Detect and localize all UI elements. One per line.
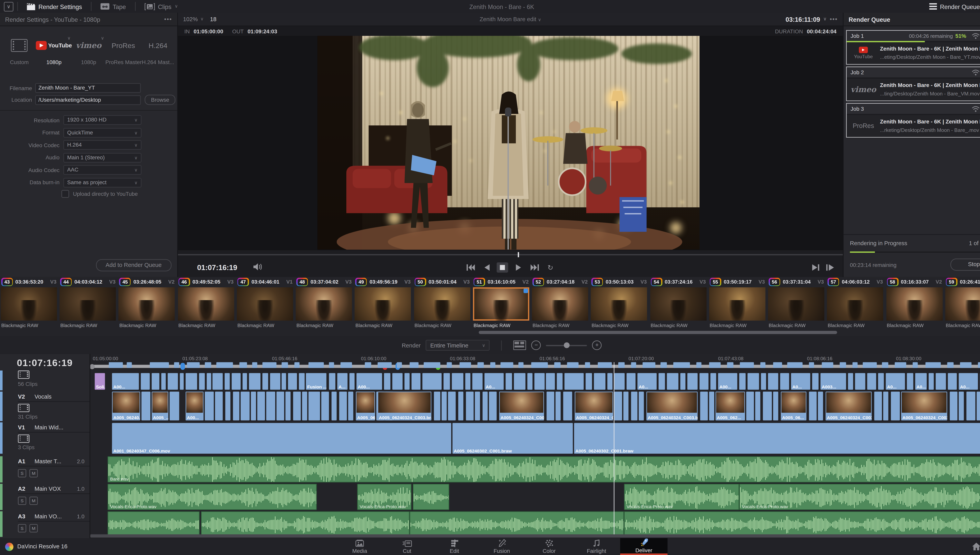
timeline-clip-v3[interactable]	[739, 373, 746, 390]
clip-thumbnail[interactable]	[768, 287, 824, 321]
render-preset-1080p[interactable]: YouTube∨1080p	[36, 29, 72, 72]
timeline-clip-v2[interactable]	[977, 391, 980, 420]
timeline-clip-v2[interactable]	[205, 391, 214, 420]
panel-collapse-button[interactable]: ∨	[4, 2, 13, 11]
go-to-first-frame-button[interactable]	[465, 262, 476, 273]
timeline-clip-v2[interactable]	[277, 391, 284, 420]
timeline-clip-v3[interactable]	[565, 373, 584, 390]
timeline-clip-stub[interactable]	[187, 362, 199, 368]
timeline-clip-v3[interactable]	[263, 373, 268, 390]
timeline-clip-v3[interactable]	[186, 373, 197, 390]
timeline-clip-v2[interactable]: A005_06240324_C003.braw	[901, 391, 947, 420]
timeline-clip-v2[interactable]	[339, 391, 347, 420]
timeline-clip-v3[interactable]: A0...	[637, 373, 657, 390]
timeline-clip-v3[interactable]	[907, 373, 913, 390]
timeline-clip-v3[interactable]	[412, 373, 420, 390]
render-preset-prores-master[interactable]: ProResProRes Master	[106, 29, 141, 72]
stop-render-button[interactable]: Stop	[951, 258, 980, 271]
timeline-clip-v3[interactable]	[667, 373, 678, 390]
previous-job-button[interactable]	[812, 265, 820, 271]
timeline-clip-stub[interactable]	[809, 362, 814, 368]
timeline-clip-v3[interactable]	[207, 373, 211, 390]
timeline-clip-v2[interactable]	[141, 391, 151, 420]
timeline-clip-stub[interactable]	[863, 362, 877, 368]
timeline-clip-v3[interactable]	[687, 373, 698, 390]
timeline-clip-stub[interactable]	[618, 362, 625, 368]
clip-thumbnail[interactable]	[709, 287, 765, 321]
timeline-clip-v3[interactable]	[422, 373, 441, 390]
timeline-clip-v2[interactable]	[818, 391, 823, 420]
timeline-clip-v3[interactable]: A...	[337, 373, 348, 390]
timeline-clip-v3[interactable]	[848, 373, 853, 390]
timeline-clip-v3[interactable]	[528, 373, 533, 390]
timeline-clip-v3[interactable]	[614, 373, 625, 390]
setting-select[interactable]: Main 1 (Stereo)∨	[63, 153, 141, 162]
timeline-clip-stub[interactable]	[978, 362, 980, 368]
timeline-clip-stub[interactable]	[773, 362, 782, 368]
timeline-clip-v3[interactable]: A0...	[959, 373, 978, 390]
timeline-clip-v3[interactable]	[761, 373, 766, 390]
timeline-clip-v3[interactable]	[768, 373, 778, 390]
timeline-clip-v3[interactable]: A0...	[791, 373, 810, 390]
page-tab-fusion[interactable]: Fusion	[478, 538, 526, 555]
timeline-clip-v2[interactable]	[883, 391, 888, 420]
timeline-clip-v2[interactable]	[285, 391, 290, 420]
timeline-clip-stub[interactable]	[643, 362, 655, 368]
render-queue-toggle-button[interactable]: Render Queue	[924, 0, 980, 13]
clip-strip-item-52[interactable]: 5203:27:04:18V2Blackmagic RAW	[531, 277, 590, 337]
timeline-clip-stub[interactable]	[840, 362, 846, 368]
render-scope-select[interactable]: Entire Timeline ∨	[426, 340, 490, 351]
timeline-clip-stub[interactable]	[205, 362, 211, 368]
timeline-clip-v2[interactable]	[773, 391, 778, 420]
timeline-clip-v2[interactable]	[434, 391, 440, 420]
timeline-clip-v2[interactable]: A005_06240324_C003.braw	[646, 391, 698, 420]
timeline-clip-v3[interactable]: A00...	[356, 373, 382, 390]
remote-render-icon[interactable]	[971, 33, 980, 39]
page-tab-media[interactable]: Media	[336, 538, 383, 555]
timeline-clip-stub[interactable]	[740, 362, 754, 368]
timeline-clip-v3[interactable]	[225, 373, 230, 390]
timeline-clip-stub[interactable]	[397, 362, 402, 368]
timeline-clip-v2[interactable]	[257, 391, 265, 420]
timeline-clip-v2[interactable]: A00...	[186, 391, 204, 420]
render-preset-1080p[interactable]: vimeo∨1080p	[72, 29, 106, 72]
timeline-clip-v3[interactable]	[534, 373, 545, 390]
timeline-clip-v3[interactable]	[855, 373, 865, 390]
timeline-clip-stub[interactable]	[127, 362, 132, 368]
timeline-clip-stub[interactable]	[696, 362, 701, 368]
timeline-clip-v3[interactable]	[812, 373, 819, 390]
timeline-clip-stub[interactable]	[554, 362, 561, 368]
timeline-clip-stub[interactable]	[531, 362, 548, 368]
timeline-clip-v2[interactable]	[891, 391, 900, 420]
clip-thumbnail[interactable]	[59, 287, 116, 321]
setting-select[interactable]: AAC∨	[63, 165, 141, 175]
timeline-clip-v2[interactable]	[563, 391, 572, 420]
timeline-clip-stub[interactable]	[913, 362, 917, 368]
timeline-clip-v3[interactable]	[232, 373, 241, 390]
timeline-clip-v3[interactable]	[141, 373, 150, 390]
zoom-out-button[interactable]: −	[531, 340, 541, 350]
clip-thumbnail[interactable]	[945, 287, 980, 321]
mute-button[interactable]: M	[29, 469, 38, 477]
timeline-clip-stub[interactable]	[424, 362, 440, 368]
remote-render-icon[interactable]	[971, 69, 980, 75]
timeline-clip-v3[interactable]	[161, 373, 166, 390]
timeline-zoom-slider[interactable]	[546, 345, 587, 346]
timeline-clip-stub[interactable]	[895, 362, 906, 368]
timeline-clip-v3[interactable]: Soli...	[95, 373, 105, 390]
timeline-clip-v2[interactable]: A005_...	[152, 391, 168, 420]
timeline-clip-stub[interactable]	[960, 362, 972, 368]
clips-button[interactable]: Clips ∨	[140, 0, 183, 13]
timeline-clip-v2[interactable]	[475, 391, 480, 420]
timeline-clip-v3[interactable]: A003...	[820, 373, 846, 390]
timeline-clip-v2[interactable]	[950, 391, 958, 420]
timeline-clip-a3[interactable]	[201, 511, 409, 537]
timeline-clip-v3[interactable]	[780, 373, 789, 390]
timeline-clip-a3[interactable]	[410, 511, 624, 537]
timeline-clip-v2[interactable]	[332, 391, 337, 420]
timeline-clip-stub[interactable]	[661, 362, 667, 368]
timeline-clip-v2[interactable]	[441, 391, 447, 420]
page-tab-fairlight[interactable]: Fairlight	[573, 538, 620, 555]
clip-thumbnail[interactable]	[473, 287, 529, 321]
timeline-clip-v3[interactable]	[472, 373, 483, 390]
